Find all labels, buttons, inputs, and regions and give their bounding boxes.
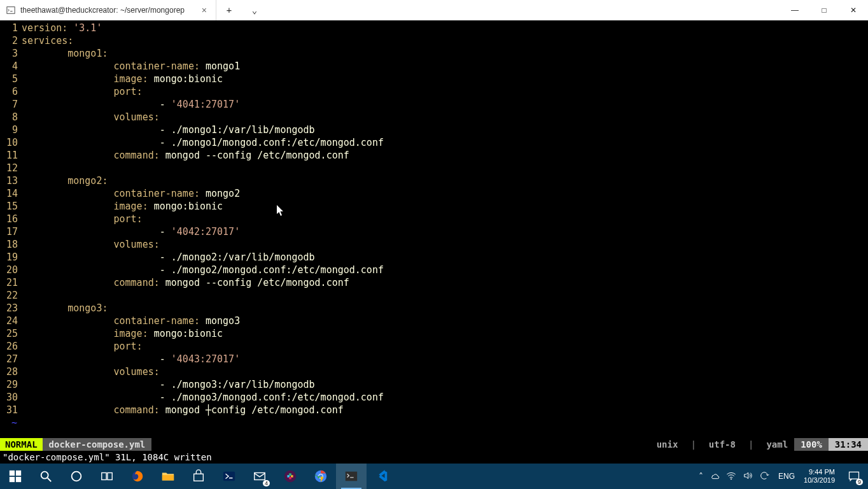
code-line[interactable]: 9 - ./mongo1:/var/lib/mongodb [0,124,868,136]
code-line[interactable]: 28 volumes: [0,365,868,378]
line-number: 15 [0,200,22,213]
window-maximize-button[interactable]: □ [809,0,839,20]
status-fileformat: unix [650,438,685,451]
line-number: 3 [0,47,22,60]
line-number: 27 [0,353,22,365]
language-indicator[interactable]: ENG [774,472,799,481]
window-close-button[interactable]: ✕ [839,0,868,20]
taskbar-mail-icon[interactable]: 4 [244,464,275,489]
tab-dropdown-icon[interactable]: ⌄ [242,0,267,20]
taskbar-vscode-icon[interactable] [367,464,397,489]
code-text: container-name: mongo2 [22,187,868,200]
svg-rect-18 [289,473,291,476]
system-tray[interactable]: ˄ [694,471,774,483]
code-text: image: mongo:bionic [22,200,868,213]
line-number: 28 [0,365,22,378]
task-view-button[interactable] [92,464,122,489]
code-line[interactable]: 20 - ./mongo2/mongod.conf:/etc/mongod.co… [0,264,868,276]
new-tab-button[interactable]: + [216,0,242,20]
code-line[interactable]: 5 image: mongo:bionic [0,73,868,85]
taskbar-chrome-icon[interactable] [305,464,336,489]
code-line[interactable]: 22 [0,289,868,302]
code-line[interactable]: 7 - '4041:27017' [0,98,868,111]
svg-point-5 [41,472,48,479]
code-line[interactable]: 17 - '4042:27017' [0,225,868,238]
code-text: - ./mongo1:/var/lib/mongodb [22,124,868,136]
onedrive-icon[interactable] [710,471,720,483]
status-filetype: yaml [760,438,794,451]
code-line[interactable]: 16 port: [0,213,868,225]
code-text: mongo1: [22,47,868,60]
code-line[interactable]: 26 port: [0,340,868,353]
code-line[interactable]: 25 image: mongo:bionic [0,327,868,340]
tab-close-icon[interactable]: × [199,5,209,15]
taskbar-terminal-icon[interactable] [336,464,367,489]
code-text: container-name: mongo1 [22,60,868,73]
line-number: 25 [0,327,22,340]
code-line[interactable]: 2services: [0,34,868,47]
code-text: - ./mongo2/mongod.conf:/etc/mongod.conf [22,264,868,276]
start-button[interactable] [0,464,31,489]
code-line[interactable]: 30 - ./mongo3/mongod.conf:/etc/mongod.co… [0,391,868,404]
line-number: 21 [0,276,22,289]
code-text: port: [22,340,868,353]
status-position: 31:34 [829,438,868,451]
svg-line-6 [48,478,52,482]
taskbar-explorer-icon[interactable] [153,464,183,489]
tray-overflow-icon[interactable]: ˄ [699,471,703,481]
taskbar-slack-icon[interactable] [275,464,305,489]
code-text: image: mongo:bionic [22,73,868,85]
code-text: services: [22,34,868,47]
code-line[interactable]: 23 mongo3: [0,302,868,315]
network-icon[interactable] [726,471,736,483]
code-line[interactable]: 14 container-name: mongo2 [0,187,868,200]
code-line[interactable]: 18 volumes: [0,238,868,251]
line-number: 18 [0,238,22,251]
code-line[interactable]: 31 command: mongod ┼config /etc/mongod.c… [0,404,868,416]
code-line[interactable]: 8 volumes: [0,111,868,124]
svg-rect-12 [194,474,204,481]
code-text: - ./mongo2:/var/lib/mongodb [22,251,868,264]
taskbar-store-icon[interactable] [183,464,214,489]
code-line[interactable]: 3 mongo1: [0,47,868,60]
code-line[interactable]: 10 - ./mongo1/mongod.conf:/etc/mongod.co… [0,136,868,149]
line-number: 11 [0,149,22,162]
editor-viewport[interactable]: 1version: '3.1'2services:3 mongo1:4 cont… [0,20,868,438]
taskbar-powershell-icon[interactable] [214,464,244,489]
window-minimize-button[interactable]: — [780,0,809,20]
code-line[interactable]: 24 container-name: mongo3 [0,315,868,327]
search-button[interactable] [31,464,61,489]
code-line[interactable]: 29 - ./mongo3:/var/lib/mongodb [0,378,868,391]
volume-icon[interactable] [743,471,753,483]
code-text: - ./mongo1/mongod.conf:/etc/mongod.conf [22,136,868,149]
clock[interactable]: 9:44 PM 10/3/2019 [799,468,840,485]
line-number: 7 [0,98,22,111]
code-line[interactable]: 6 port: [0,85,868,98]
line-number: 1 [0,22,22,34]
code-line[interactable]: 27 - '4043:27017' [0,353,868,365]
vim-mode: NORMAL [0,438,43,451]
sync-icon[interactable] [759,471,769,483]
taskbar-firefox-icon[interactable] [122,464,153,489]
line-number: 5 [0,73,22,85]
window-titlebar: theethawat@theduckcreator: ~/server/mong… [0,0,868,20]
code-text: volumes: [22,238,868,251]
code-line[interactable]: 11 command: mongod --config /etc/mongod.… [0,149,868,162]
code-text: version: '3.1' [22,22,868,34]
svg-rect-0 [7,7,15,14]
line-number: 29 [0,378,22,391]
line-number: 16 [0,213,22,225]
code-line[interactable]: 13 mongo2: [0,174,868,187]
cortana-button[interactable] [61,464,92,489]
code-line[interactable]: 19 - ./mongo2:/var/lib/mongodb [0,251,868,264]
code-line[interactable]: 4 container-name: mongo1 [0,60,868,73]
code-line[interactable]: 21 command: mongod --config /etc/mongod.… [0,276,868,289]
code-line[interactable]: 1version: '3.1' [0,22,868,34]
code-line[interactable]: 12 [0,162,868,174]
code-text [22,162,868,174]
terminal-tab[interactable]: theethawat@theduckcreator: ~/server/mong… [0,0,216,20]
action-center-button[interactable]: 9 [840,464,868,489]
code-text: volumes: [22,111,868,124]
code-line[interactable]: 15 image: mongo:bionic [0,200,868,213]
mail-badge: 4 [263,480,270,486]
